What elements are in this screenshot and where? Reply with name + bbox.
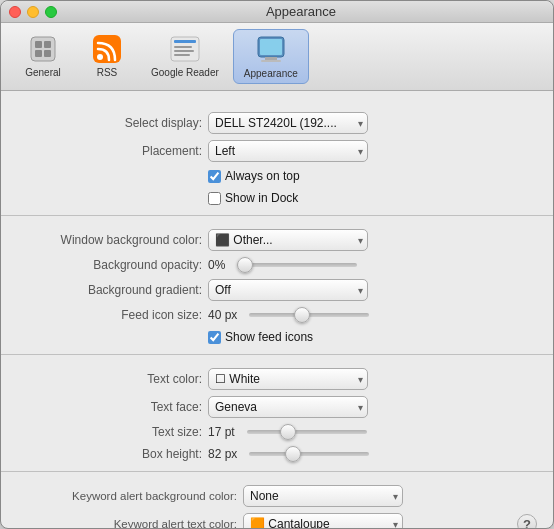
feed-icon-size-value: 40 px <box>208 308 237 322</box>
close-button[interactable] <box>9 6 21 18</box>
toolbar-item-general[interactable]: General <box>13 29 73 84</box>
keyword-alert-bg-control: None <box>243 485 537 507</box>
svg-rect-1 <box>35 41 42 48</box>
bg-gradient-label: Background gradient: <box>17 283 202 297</box>
text-size-control: 17 pt <box>208 425 537 439</box>
svg-rect-2 <box>44 41 51 48</box>
always-on-top-checkbox-row: Always on top <box>208 169 300 183</box>
keyword-alert-bg-dropdown[interactable]: None <box>243 485 403 507</box>
show-in-dock-label: Show in Dock <box>225 191 298 205</box>
show-feed-icons-row: Show feed icons <box>1 326 553 348</box>
always-on-top-checkbox[interactable] <box>208 170 221 183</box>
placement-label: Placement: <box>17 144 202 158</box>
box-height-row: Box height: 82 px <box>1 443 553 465</box>
maximize-button[interactable] <box>45 6 57 18</box>
content-inner: Select display: DELL ST2420L (192.... Pl… <box>1 103 553 528</box>
main-window: Appearance General <box>0 0 554 529</box>
minimize-button[interactable] <box>27 6 39 18</box>
toolbar-item-appearance[interactable]: Appearance <box>233 29 309 84</box>
text-size-value: 17 pt <box>208 425 235 439</box>
placement-row: Placement: Left <box>1 137 553 165</box>
text-color-control: ☐ White <box>208 368 537 390</box>
text-face-row: Text face: Geneva <box>1 393 553 421</box>
keyword-alert-text-control: 🟧 Cantaloupe <box>243 513 537 528</box>
select-display-row: Select display: DELL ST2420L (192.... <box>1 109 553 137</box>
svg-rect-14 <box>265 57 277 60</box>
svg-rect-0 <box>31 37 55 61</box>
window-bg-color-label: Window background color: <box>17 233 202 247</box>
google-reader-label: Google Reader <box>151 67 219 78</box>
keyword-alert-text-row: Keyword alert text color: 🟧 Cantaloupe ? <box>1 510 553 528</box>
show-feed-icons-label: Show feed icons <box>225 330 313 344</box>
window-bg-color-dropdown[interactable]: ⬛ Other... <box>208 229 368 251</box>
keyword-alert-text-dropdown[interactable]: 🟧 Cantaloupe <box>243 513 403 528</box>
svg-rect-4 <box>44 50 51 57</box>
select-display-dropdown[interactable]: DELL ST2420L (192.... <box>208 112 368 134</box>
select-display-label: Select display: <box>17 116 202 130</box>
window-title: Appearance <box>57 4 545 19</box>
show-in-dock-control: Show in Dock <box>208 191 537 205</box>
feed-icon-size-row: Feed icon size: 40 px <box>1 304 553 326</box>
text-face-control: Geneva <box>208 396 537 418</box>
box-height-slider[interactable] <box>249 452 369 456</box>
keyword-section: Keyword alert background color: None Key… <box>1 476 553 528</box>
svg-rect-11 <box>174 54 190 56</box>
content-area: Select display: DELL ST2420L (192.... Pl… <box>1 91 553 528</box>
google-reader-icon <box>169 33 201 65</box>
window-bg-color-row: Window background color: ⬛ Other... <box>1 226 553 254</box>
bg-opacity-row: Background opacity: 0% <box>1 254 553 276</box>
text-color-wrapper: ☐ White <box>208 368 368 390</box>
svg-point-6 <box>97 54 103 60</box>
box-height-control: 82 px <box>208 447 537 461</box>
bg-opacity-label: Background opacity: <box>17 258 202 272</box>
show-feed-icons-checkbox-row: Show feed icons <box>208 330 313 344</box>
text-color-dropdown[interactable]: ☐ White <box>208 368 368 390</box>
text-size-label: Text size: <box>17 425 202 439</box>
text-size-slider[interactable] <box>247 430 367 434</box>
svg-rect-3 <box>35 50 42 57</box>
box-height-label: Box height: <box>17 447 202 461</box>
general-label: General <box>25 67 61 78</box>
text-size-slider-container: 17 pt <box>208 425 537 439</box>
titlebar: Appearance <box>1 1 553 23</box>
text-section: Text color: ☐ White Text face: <box>1 359 553 472</box>
box-height-value: 82 px <box>208 447 237 461</box>
select-display-wrapper: DELL ST2420L (192.... <box>208 112 368 134</box>
svg-rect-10 <box>174 50 194 52</box>
window-bg-color-control: ⬛ Other... <box>208 229 537 251</box>
bg-gradient-control: Off <box>208 279 537 301</box>
svg-rect-15 <box>261 60 281 62</box>
feed-icon-size-label: Feed icon size: <box>17 308 202 322</box>
toolbar: General RSS <box>1 23 553 91</box>
bg-opacity-slider[interactable] <box>237 263 357 267</box>
show-feed-icons-checkbox[interactable] <box>208 331 221 344</box>
placement-dropdown[interactable]: Left <box>208 140 368 162</box>
toolbar-item-rss[interactable]: RSS <box>77 29 137 84</box>
text-color-row: Text color: ☐ White <box>1 365 553 393</box>
text-size-row: Text size: 17 pt <box>1 421 553 443</box>
display-section: Select display: DELL ST2420L (192.... Pl… <box>1 103 553 216</box>
text-face-label: Text face: <box>17 400 202 414</box>
show-feed-icons-control: Show feed icons <box>208 330 537 344</box>
toolbar-item-google-reader[interactable]: Google Reader <box>141 29 229 84</box>
general-icon <box>27 33 59 65</box>
bg-gradient-wrapper: Off <box>208 279 368 301</box>
text-face-wrapper: Geneva <box>208 396 368 418</box>
placement-control: Left <box>208 140 537 162</box>
text-face-dropdown[interactable]: Geneva <box>208 396 368 418</box>
show-in-dock-row: Show in Dock <box>1 187 553 209</box>
keyword-alert-text-wrapper: 🟧 Cantaloupe <box>243 513 403 528</box>
placement-wrapper: Left <box>208 140 368 162</box>
bg-gradient-dropdown[interactable]: Off <box>208 279 368 301</box>
feed-icon-size-slider[interactable] <box>249 313 369 317</box>
help-button-container: ? <box>517 514 537 528</box>
always-on-top-control: Always on top <box>208 169 537 183</box>
feed-icon-size-slider-container: 40 px <box>208 308 537 322</box>
help-button[interactable]: ? <box>517 514 537 528</box>
svg-rect-9 <box>174 46 192 48</box>
always-on-top-label: Always on top <box>225 169 300 183</box>
show-in-dock-checkbox-row: Show in Dock <box>208 191 298 205</box>
svg-rect-13 <box>260 39 282 55</box>
appearance-icon <box>255 34 287 66</box>
show-in-dock-checkbox[interactable] <box>208 192 221 205</box>
